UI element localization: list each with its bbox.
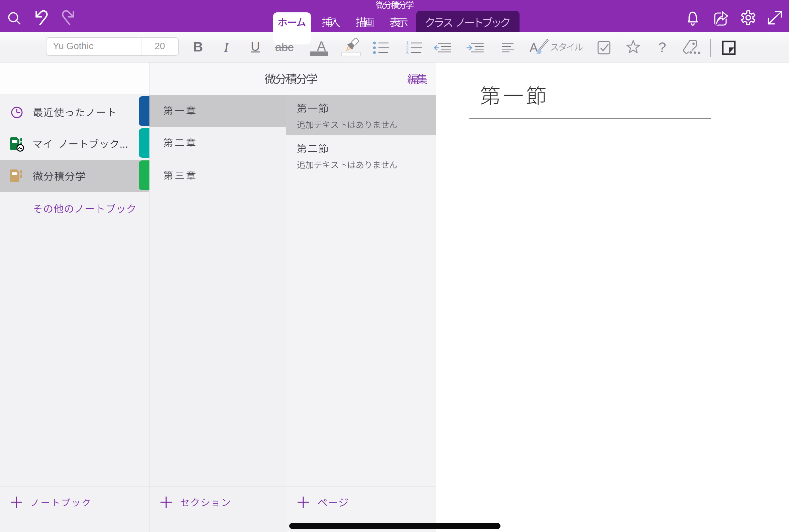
svg-text:3: 3 bbox=[406, 50, 409, 55]
svg-text:2: 2 bbox=[406, 45, 409, 51]
svg-text:1: 1 bbox=[406, 40, 409, 45]
